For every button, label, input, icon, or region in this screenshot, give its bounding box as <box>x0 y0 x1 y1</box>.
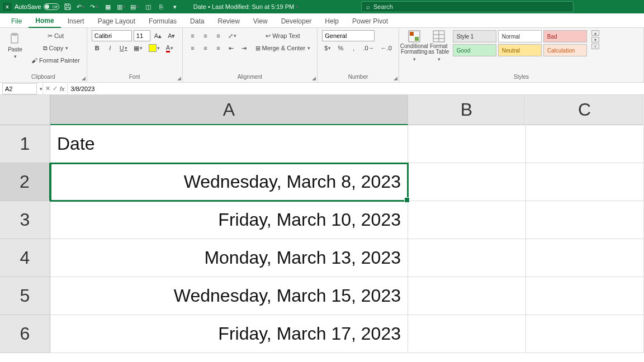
cancel-icon[interactable]: ✕ <box>45 85 50 92</box>
cell-A5[interactable]: Wednesday, March 15, 2023 <box>50 277 408 315</box>
scroll-down-icon[interactable]: ▾ <box>591 37 599 42</box>
cell-B2[interactable] <box>408 163 526 201</box>
cell-B3[interactable] <box>408 201 526 239</box>
bold-button[interactable]: B <box>92 42 103 54</box>
row-header[interactable]: 3 <box>0 201 50 239</box>
cell-B4[interactable] <box>408 239 526 277</box>
autosave-toggle[interactable]: AutoSave Off <box>15 3 59 10</box>
font-color-button[interactable]: A▾ <box>164 42 176 54</box>
tab-home[interactable]: Home <box>29 14 60 28</box>
copy-button[interactable]: ⧉ Copy ▾ <box>29 42 82 54</box>
percent-button[interactable]: % <box>335 42 346 54</box>
row-header[interactable]: 2 <box>0 163 50 201</box>
cell-A1[interactable]: Date <box>50 125 408 163</box>
search-box[interactable]: ⌕ Search <box>361 1 574 12</box>
qat-dropdown-icon[interactable]: ▾ <box>170 2 180 12</box>
tab-review[interactable]: Review <box>211 15 246 27</box>
cell-C1[interactable] <box>526 125 644 163</box>
row-header[interactable]: 6 <box>0 315 50 353</box>
conditional-formatting-button[interactable]: Conditional Formatting▾ <box>404 30 425 61</box>
cell-C2[interactable] <box>526 163 644 201</box>
save-icon[interactable] <box>63 2 73 12</box>
tab-view[interactable]: View <box>247 15 274 27</box>
decrease-font-icon[interactable]: A▾ <box>165 30 177 41</box>
currency-button[interactable]: $▾ <box>322 42 333 54</box>
dialog-launcher-icon[interactable]: ◢ <box>312 75 316 81</box>
border-button[interactable]: ▦▾ <box>131 42 145 54</box>
style-style1[interactable]: Style 1 <box>453 30 496 42</box>
tab-power-pivot[interactable]: Power Pivot <box>345 15 395 27</box>
redo-icon[interactable]: ↷▾ <box>89 2 100 12</box>
dialog-launcher-icon[interactable]: ◢ <box>82 75 86 81</box>
dialog-launcher-icon[interactable]: ◢ <box>177 75 181 81</box>
column-header-B[interactable]: B <box>408 95 525 125</box>
style-calculation[interactable]: Calculation <box>543 44 587 56</box>
align-center-icon[interactable]: ≡ <box>200 42 211 54</box>
increase-decimal-icon[interactable]: .0→ <box>361 42 376 54</box>
qat-icon[interactable]: ▤▾ <box>130 2 140 12</box>
cell-B6[interactable] <box>408 315 526 353</box>
align-bottom-icon[interactable]: ≡ <box>213 30 224 41</box>
cut-button[interactable]: ✂ Cut <box>29 30 82 41</box>
style-neutral[interactable]: Neutral <box>498 44 542 56</box>
cell-C6[interactable] <box>526 315 644 353</box>
qat-icon[interactable]: ⎘ <box>157 2 167 12</box>
tab-page-layout[interactable]: Page Layout <box>91 15 142 27</box>
tab-help[interactable]: Help <box>318 15 345 27</box>
cell-A2[interactable]: Wednesday, March 8, 2023 <box>50 163 408 201</box>
qat-icon[interactable]: ▦ <box>103 2 113 12</box>
merge-center-button[interactable]: ⊞ Merge & Center ▾ <box>253 42 313 54</box>
style-normal[interactable]: Normal <box>498 30 542 42</box>
decrease-indent-icon[interactable]: ⇤ <box>226 42 237 54</box>
font-name-select[interactable] <box>92 30 132 41</box>
scroll-up-icon[interactable]: ▴ <box>591 30 599 36</box>
tab-data[interactable]: Data <box>183 15 211 27</box>
font-size-select[interactable] <box>134 30 150 41</box>
row-header[interactable]: 4 <box>0 239 50 277</box>
row-header[interactable]: 1 <box>0 125 50 163</box>
column-header-A[interactable]: A <box>50 95 408 125</box>
cell-A4[interactable]: Monday, March 13, 2023 <box>50 239 408 277</box>
align-left-icon[interactable]: ≡ <box>187 42 198 54</box>
style-good[interactable]: Good <box>453 44 496 56</box>
cell-A6[interactable]: Friday, March 17, 2023 <box>50 315 408 353</box>
align-middle-icon[interactable]: ≡ <box>200 30 211 41</box>
tab-formulas[interactable]: Formulas <box>142 15 183 27</box>
align-right-icon[interactable]: ≡ <box>213 42 224 54</box>
fx-icon[interactable]: fx <box>60 85 65 92</box>
paste-button[interactable]: Paste▾ <box>4 30 26 61</box>
comma-button[interactable]: , <box>348 42 359 54</box>
style-bad[interactable]: Bad <box>543 30 587 42</box>
enter-icon[interactable]: ✓ <box>53 85 58 92</box>
gallery-expand-icon[interactable]: ▿ <box>591 44 599 49</box>
qat-icon[interactable]: ◫ <box>143 2 153 12</box>
cell-B1[interactable] <box>408 125 526 163</box>
toggle-off-icon[interactable]: Off <box>44 3 59 10</box>
decrease-decimal-icon[interactable]: ←.0 <box>378 42 394 54</box>
cell-B5[interactable] <box>408 277 526 315</box>
tab-insert[interactable]: Insert <box>61 15 91 27</box>
name-box[interactable] <box>2 83 37 94</box>
fill-color-button[interactable]: ▾ <box>146 42 162 54</box>
cell-C5[interactable] <box>526 277 644 315</box>
cell-C4[interactable] <box>526 239 644 277</box>
align-top-icon[interactable]: ≡ <box>187 30 198 41</box>
select-all-corner[interactable] <box>0 95 50 125</box>
qat-icon[interactable]: ▥▾ <box>116 2 126 12</box>
format-painter-button[interactable]: 🖌 Format Painter <box>29 55 82 66</box>
underline-button[interactable]: U▾ <box>117 42 130 54</box>
increase-indent-icon[interactable]: ⇥ <box>239 42 250 54</box>
italic-button[interactable]: I <box>105 42 116 54</box>
cell-A3[interactable]: Friday, March 10, 2023 <box>50 201 408 239</box>
column-header-C[interactable]: C <box>526 95 643 125</box>
formula-input[interactable] <box>68 83 644 94</box>
document-title[interactable]: Date • Last Modified: Sun at 5:19 PM ▾ <box>193 3 299 10</box>
increase-font-icon[interactable]: A▴ <box>152 30 164 41</box>
tab-developer[interactable]: Developer <box>274 15 319 27</box>
number-format-select[interactable] <box>322 30 375 41</box>
wrap-text-button[interactable]: ↩ Wrap Text <box>253 30 313 41</box>
orientation-icon[interactable]: ⤢▾ <box>226 30 239 41</box>
undo-icon[interactable]: ↶▾ <box>76 2 86 12</box>
cell-C3[interactable] <box>526 201 644 239</box>
row-header[interactable]: 5 <box>0 277 50 315</box>
